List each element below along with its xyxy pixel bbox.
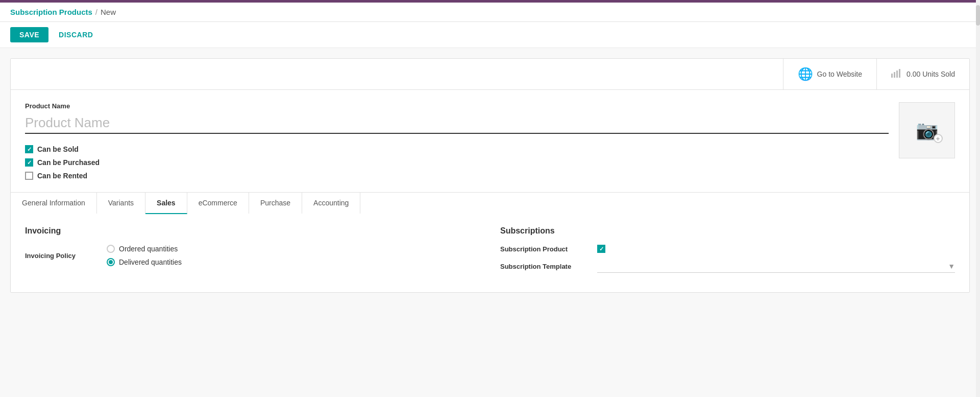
can-be-rented-row[interactable]: Can be Rented — [25, 172, 889, 180]
go-to-website-label: Go to Website — [817, 70, 862, 78]
svg-rect-3 — [899, 69, 900, 78]
ordered-quantities-radio[interactable] — [107, 245, 115, 253]
invoicing-section: Invoicing Invoicing Policy Ordered quant… — [25, 226, 500, 280]
tab-purchase[interactable]: Purchase — [249, 193, 302, 214]
can-be-purchased-label: Can be Purchased — [37, 158, 100, 167]
delivered-quantities-label: Delivered quantities — [119, 258, 182, 266]
save-button[interactable]: SAVE — [10, 27, 48, 42]
stat-bar: 🌐 Go to Website 0.00 Units Sold — [11, 59, 969, 90]
globe-icon: 🌐 — [798, 67, 813, 81]
invoicing-policy-options: Ordered quantities Delivered quantities — [107, 245, 182, 266]
svg-rect-2 — [896, 71, 898, 78]
breadcrumb-separator: / — [95, 8, 97, 16]
product-name-input[interactable] — [25, 113, 889, 134]
breadcrumb-current: New — [101, 8, 116, 16]
form-main: Product Name ✓ Can be Sold ✓ Can be Purc… — [25, 102, 889, 180]
ordered-quantities-option[interactable]: Ordered quantities — [107, 245, 182, 253]
form-body: Product Name ✓ Can be Sold ✓ Can be Purc… — [11, 90, 969, 192]
tab-sales[interactable]: Sales — [145, 193, 187, 214]
can-be-rented-checkbox[interactable] — [25, 172, 33, 180]
breadcrumb-link[interactable]: Subscription Products — [10, 8, 92, 16]
tab-variants[interactable]: Variants — [97, 193, 145, 214]
tab-general-information[interactable]: General Information — [11, 193, 97, 214]
can-be-purchased-row[interactable]: ✓ Can be Purchased — [25, 158, 889, 167]
svg-rect-0 — [891, 74, 893, 78]
delivered-quantities-option[interactable]: Delivered quantities — [107, 258, 182, 266]
tab-accounting[interactable]: Accounting — [302, 193, 360, 214]
subscription-template-dropdown[interactable]: ▼ — [597, 260, 955, 273]
invoicing-title: Invoicing — [25, 226, 480, 236]
chart-icon — [891, 68, 902, 80]
units-sold-label: 0.00 Units Sold — [906, 70, 955, 78]
form-card: 🌐 Go to Website 0.00 Units Sold Product — [10, 58, 970, 293]
main-content: 🌐 Go to Website 0.00 Units Sold Product — [0, 48, 980, 293]
can-be-purchased-checkbox[interactable]: ✓ — [25, 158, 33, 167]
subscription-template-label: Subscription Template — [500, 263, 592, 270]
delivered-quantities-radio[interactable] — [107, 258, 115, 266]
action-bar: SAVE DISCARD — [0, 22, 980, 48]
tab-content-sales: Invoicing Invoicing Policy Ordered quant… — [11, 214, 969, 292]
chevron-down-icon: ▼ — [948, 262, 955, 270]
can-be-sold-row[interactable]: ✓ Can be Sold — [25, 145, 889, 153]
can-be-sold-checkbox[interactable]: ✓ — [25, 145, 33, 153]
scrollbar[interactable] — [976, 0, 980, 293]
go-to-website-stat[interactable]: 🌐 Go to Website — [783, 59, 876, 89]
subscription-product-checkbox[interactable]: ✓ — [597, 245, 605, 253]
invoicing-policy-label: Invoicing Policy — [25, 252, 107, 260]
checkboxes: ✓ Can be Sold ✓ Can be Purchased Can be … — [25, 145, 889, 180]
svg-rect-1 — [894, 72, 895, 78]
product-image[interactable]: 📷 + — [899, 102, 955, 158]
scrollbar-thumb[interactable] — [976, 5, 980, 26]
check-icon: ✓ — [27, 160, 32, 166]
subscriptions-section: Subscriptions Subscription Product ✓ Sub… — [500, 226, 955, 280]
tabs-bar: General Information Variants Sales eComm… — [11, 192, 969, 214]
ordered-quantities-label: Ordered quantities — [119, 245, 178, 253]
camera-icon: 📷 + — [916, 120, 939, 141]
tab-ecommerce[interactable]: eCommerce — [187, 193, 249, 214]
check-icon: ✓ — [599, 246, 604, 252]
can-be-rented-label: Can be Rented — [37, 172, 87, 180]
subscription-template-row: Subscription Template ▼ — [500, 260, 955, 273]
units-sold-stat[interactable]: 0.00 Units Sold — [876, 59, 969, 89]
subscription-product-row: Subscription Product ✓ — [500, 245, 955, 253]
product-name-label: Product Name — [25, 102, 889, 110]
radio-selected-indicator — [109, 260, 113, 264]
subscriptions-title: Subscriptions — [500, 226, 955, 236]
plus-icon: + — [934, 134, 943, 143]
invoicing-policy-row: Invoicing Policy Ordered quantities Deli… — [25, 245, 480, 266]
subscription-product-label: Subscription Product — [500, 245, 592, 253]
can-be-sold-label: Can be Sold — [37, 145, 79, 153]
check-icon: ✓ — [27, 147, 32, 152]
discard-button[interactable]: DISCARD — [54, 27, 98, 42]
breadcrumb: Subscription Products / New — [0, 3, 980, 22]
